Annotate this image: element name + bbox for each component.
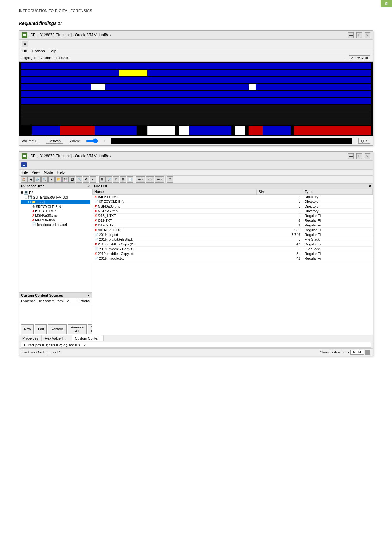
tree-item-msi76[interactable]: ✗ MSI76f6.tmp	[21, 218, 90, 222]
zoom-slider[interactable]	[86, 138, 105, 143]
file-type-12: Regular Fi	[303, 251, 372, 256]
remove-btn[interactable]: Remove	[48, 324, 67, 334]
file-doc-icon-11: 📄	[94, 247, 98, 251]
tb-save-icon[interactable]: 💾	[62, 176, 69, 183]
page-header: INTRODUCTION TO DIGITAL FORENSICS	[0, 0, 392, 15]
file-row-9[interactable]: 📄2019, big.txt.FileSlack1File Slack	[93, 237, 373, 242]
viz-row-4	[21, 84, 371, 90]
tree-item-root[interactable]: ⊟ 📁 [root]	[21, 200, 90, 204]
file-size-11: 1	[256, 247, 303, 251]
tab-custom-conte[interactable]: Custom Conte...	[72, 335, 104, 341]
menu-options-1[interactable]: Options	[32, 49, 45, 53]
num-badge: NUM	[350, 350, 364, 355]
resize-handle[interactable]	[365, 350, 370, 355]
tb-back-icon[interactable]: ◀	[27, 176, 34, 183]
file-row-1[interactable]: 📄$RECYCLE.BIN1Directory	[93, 199, 373, 204]
tb-table-icon[interactable]: ⊞	[99, 176, 106, 183]
tb-img-icon[interactable]: 🖼	[69, 176, 75, 183]
tb-network-icon[interactable]: 🔗	[34, 176, 41, 183]
tab-hex-value[interactable]: Hex Value Int...	[42, 335, 72, 341]
tb-tools1-icon[interactable]: 🔧	[76, 176, 82, 183]
window-controls-2[interactable]: — □ ×	[348, 153, 370, 159]
maximize-btn-2[interactable]: □	[356, 153, 362, 159]
file-size-7: 581	[256, 228, 303, 232]
tb-home-icon[interactable]: 🏠	[21, 176, 27, 183]
menu-mode-2[interactable]: Mode	[44, 170, 53, 175]
file-type-10: Regular Fi	[303, 242, 372, 247]
menu-help-1[interactable]: Help	[49, 49, 57, 53]
custom-sources-close[interactable]: ×	[88, 293, 90, 297]
file-table: Name Size Type ✗ISIFB11.TMP1Directory📄$R…	[92, 189, 373, 261]
file-x-icon-5: ✗	[94, 219, 97, 222]
file-doc-icon-9: 📄	[94, 238, 98, 241]
remove-all-btn[interactable]: Remove All	[68, 324, 87, 334]
file-row-5[interactable]: ✗!019.TXT6Regular Fi	[93, 218, 373, 223]
edit-btn[interactable]: Edit	[35, 324, 47, 334]
tree-unalloc-label: [unallocated space]	[37, 223, 67, 226]
tb-tools2-icon[interactable]: ⚙	[83, 176, 89, 183]
tb-hex2-icon[interactable]: HEX	[155, 176, 164, 183]
file-name-11: 📄2019, middle - Copy (2...	[93, 247, 257, 251]
file-size-5: 6	[256, 218, 303, 223]
tree-item-msi40[interactable]: ✗ MSI40a30.tmp	[21, 213, 90, 218]
window-controls-1[interactable]: — □ ×	[348, 32, 370, 38]
cursor-info: Cursor pos = 0; clus = 2; log sec = 8192	[21, 342, 371, 348]
file-row-11[interactable]: 📄2019, middle - Copy (2...1File Slack	[93, 247, 373, 251]
menu-file-2[interactable]: File	[22, 170, 28, 175]
maximize-btn-1[interactable]: □	[356, 32, 362, 38]
menu-file-1[interactable]: File	[22, 49, 28, 53]
file-row-2[interactable]: ✗MSI40a30.tmp1Directory	[93, 204, 373, 209]
close-btn-1[interactable]: ×	[365, 32, 370, 38]
tb-box1-icon[interactable]: □	[113, 176, 119, 183]
file-doc-icon-1: 📄	[94, 200, 98, 203]
refresh-btn[interactable]: Refresh	[46, 138, 64, 144]
tb-doc-icon[interactable]: 📄	[127, 176, 133, 183]
tb-text-icon[interactable]: TXT	[146, 176, 154, 183]
tree-item-volume[interactable]: ⊟ 💾 GUTENBERG [FAT32]	[21, 195, 90, 200]
file-row-0[interactable]: ✗ISIFB11.TMP1Directory	[93, 195, 373, 199]
file-x-icon-3: ✗	[94, 209, 97, 213]
tb-grid-icon[interactable]: ⊟	[120, 176, 126, 183]
evidence-tree-close[interactable]: ×	[88, 184, 90, 188]
tb-new-icon[interactable]: ✦	[48, 176, 55, 183]
menu-help-2[interactable]: Help	[57, 170, 65, 175]
file-row-3[interactable]: ✗MSI76f6.tmp1Directory	[93, 209, 373, 214]
tb-hex-icon[interactable]: HEX	[136, 176, 145, 183]
tree-item-isifb[interactable]: ✗ ISIFB11.TMP	[21, 209, 90, 213]
file-row-4[interactable]: ✗!015_1.TXT1Regular Fi	[93, 214, 373, 218]
file-row-7[interactable]: ✗!HEADV~1.TXT581Regular Fi	[93, 228, 373, 232]
file-name-8: 📄2019, big.txt	[93, 232, 257, 237]
file-row-8[interactable]: 📄2019, big.txt3,746Regular Fi	[93, 232, 373, 237]
tb-zoom-icon[interactable]: 🔎	[106, 176, 112, 183]
minimize-btn-1[interactable]: —	[348, 32, 354, 38]
file-list-scroll[interactable]: Name Size Type ✗ISIFB11.TMP1Directory📄$R…	[92, 189, 373, 335]
file-row-6[interactable]: ✗!019_2.TXT9Regular Fi	[93, 223, 373, 228]
tb-help-icon[interactable]: ?	[167, 176, 173, 183]
tree-item-drive[interactable]: ⊟ 💻 F:\	[21, 190, 90, 195]
show-next-btn[interactable]: Show Next	[349, 55, 370, 60]
file-name-3: ✗MSI76f6.tmp	[93, 209, 257, 214]
minimize-btn-2[interactable]: —	[348, 153, 354, 159]
close-btn-2[interactable]: ×	[365, 153, 370, 159]
quit-btn[interactable]: Quit	[358, 138, 370, 144]
menu-view-2[interactable]: View	[32, 170, 40, 175]
tb-dots-icon[interactable]: ···	[90, 176, 96, 183]
file-name-13: 📄2019, middle.txt	[93, 256, 257, 261]
tree-item-recycle[interactable]: 🗑 $RECYCLE.BIN	[21, 204, 90, 209]
file-name-7: ✗!HEADV~1.TXT	[93, 228, 257, 232]
file-row-10[interactable]: ✗2019, middle - Copy (2...42Regular Fi	[93, 242, 373, 247]
ellipsis-btn[interactable]: ...	[344, 56, 347, 60]
tree-item-unalloc[interactable]: 📄 [unallocated space]	[21, 222, 90, 227]
svg-rect-5	[23, 156, 26, 157]
toolbar-icon-1[interactable]: ⚙	[22, 41, 28, 47]
file-row-12[interactable]: ✗2019, middle - Copy.txt81Regular Fi	[93, 251, 373, 256]
file-name-10: ✗2019, middle - Copy (2...	[93, 242, 257, 247]
tb-search-icon[interactable]: 🔍	[41, 176, 48, 183]
new-btn[interactable]: New	[21, 324, 34, 334]
viz-row-9	[21, 118, 371, 125]
tb-open-icon[interactable]: 📂	[55, 176, 62, 183]
file-size-2: 1	[256, 204, 303, 209]
tab-properties[interactable]: Properties	[19, 335, 42, 341]
file-list-close[interactable]: ×	[369, 184, 371, 188]
file-row-13[interactable]: 📄2019, middle.txt42Regular Fi	[93, 256, 373, 261]
